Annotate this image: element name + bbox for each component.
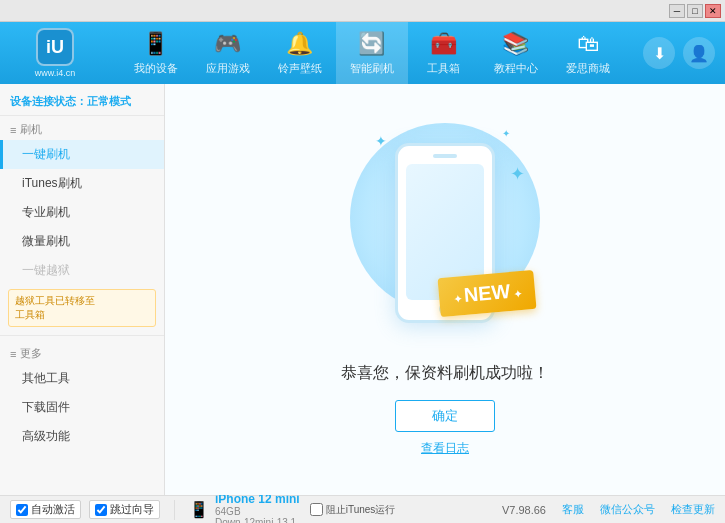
section-flash-label: 刷机 — [20, 122, 42, 137]
nav-item-tools[interactable]: 🧰 工具箱 — [408, 22, 480, 84]
nav-label-tutorials: 教程中心 — [494, 61, 538, 76]
auto-activate-input[interactable] — [16, 504, 28, 516]
tutorials-icon: 📚 — [502, 31, 529, 57]
success-text: 恭喜您，保资料刷机成功啦！ — [341, 363, 549, 384]
close-button[interactable]: ✕ — [705, 4, 721, 18]
tools-icon: 🧰 — [430, 31, 457, 57]
nav-label-flash: 智能刷机 — [350, 61, 394, 76]
apps-icon: 🎮 — [214, 31, 241, 57]
update-link[interactable]: 检查更新 — [671, 502, 715, 517]
user-button[interactable]: 👤 — [683, 37, 715, 69]
my-device-icon: 📱 — [142, 31, 169, 57]
sidebar-item-oneclick-flash[interactable]: 一键刷机 — [0, 140, 164, 169]
download-button[interactable]: ⬇ — [643, 37, 675, 69]
device-storage: 64GB — [215, 506, 300, 517]
sidebar-divider — [0, 335, 164, 336]
flash-icon: 🔄 — [358, 31, 385, 57]
bottom-bar: 自动激活 跳过向导 📱 iPhone 12 mini 64GB Down-12m… — [0, 495, 725, 523]
content-area: ✦ ✦ ✦ NEW 恭喜您，保资料刷机成功啦！ 确定 查看日志 — [165, 84, 725, 495]
phone-illustration: ✦ ✦ ✦ NEW — [345, 123, 545, 343]
device-row: 📱 iPhone 12 mini 64GB Down-12mini-13,1 — [189, 492, 300, 524]
skip-wizard-input[interactable] — [95, 504, 107, 516]
sidebar: 设备连接状态：正常模式 ≡ 刷机 一键刷机 iTunes刷机 专业刷机 微量刷机… — [0, 84, 165, 495]
logo-text: www.i4.cn — [35, 68, 76, 78]
sidebar-item-download-firmware[interactable]: 下载固件 — [0, 393, 164, 422]
nav-item-ringtones[interactable]: 🔔 铃声壁纸 — [264, 22, 336, 84]
logo-area: iU www.i4.cn — [10, 28, 100, 78]
sparkle-3: ✦ — [510, 163, 525, 185]
sparkle-1: ✦ — [375, 133, 387, 149]
shop-icon: 🛍 — [577, 31, 599, 57]
sparkle-2: ✦ — [502, 128, 510, 139]
nav-label-tools: 工具箱 — [427, 61, 460, 76]
minimize-button[interactable]: ─ — [669, 4, 685, 18]
section-flash: ≡ 刷机 — [0, 116, 164, 140]
skip-wizard-checkbox[interactable]: 跳过向导 — [89, 500, 160, 519]
ringtones-icon: 🔔 — [286, 31, 313, 57]
sidebar-warning: 越狱工具已转移至 工具箱 — [8, 289, 156, 327]
nav-label-my-device: 我的设备 — [134, 61, 178, 76]
logo-icon: iU — [36, 28, 74, 66]
nav-item-apps[interactable]: 🎮 应用游戏 — [192, 22, 264, 84]
section-more: ≡ 更多 — [0, 340, 164, 364]
version-text: V7.98.66 — [502, 504, 546, 516]
auto-activate-checkbox[interactable]: 自动激活 — [10, 500, 81, 519]
status-bar: 设备连接状态：正常模式 — [0, 88, 164, 116]
section-more-icon: ≡ — [10, 348, 16, 360]
service-link[interactable]: 客服 — [562, 502, 584, 517]
skip-wizard-label: 跳过向导 — [110, 502, 154, 517]
itunes-stop-checkbox[interactable] — [310, 503, 323, 516]
new-badge: NEW — [437, 269, 536, 316]
top-nav: iU www.i4.cn 📱 我的设备 🎮 应用游戏 🔔 铃声壁纸 🔄 智能刷机… — [0, 22, 725, 84]
sidebar-item-other-tools[interactable]: 其他工具 — [0, 364, 164, 393]
main-area: 设备连接状态：正常模式 ≡ 刷机 一键刷机 iTunes刷机 专业刷机 微量刷机… — [0, 84, 725, 495]
download-icon: ⬇ — [653, 44, 666, 63]
section-flash-icon: ≡ — [10, 124, 16, 136]
user-icon: 👤 — [689, 44, 709, 63]
status-value: 正常模式 — [87, 95, 131, 107]
nav-item-flash[interactable]: 🔄 智能刷机 — [336, 22, 408, 84]
status-label: 设备连接状态： — [10, 95, 87, 107]
sidebar-item-micro-flash[interactable]: 微量刷机 — [0, 227, 164, 256]
bottom-divider — [174, 500, 175, 520]
itunes-stop-label[interactable]: 阻止iTunes运行 — [310, 503, 396, 517]
title-bar: ─ □ ✕ — [0, 0, 725, 22]
nav-item-shop[interactable]: 🛍 爱思商城 — [552, 22, 624, 84]
sidebar-item-pro-flash[interactable]: 专业刷机 — [0, 198, 164, 227]
nav-item-my-device[interactable]: 📱 我的设备 — [120, 22, 192, 84]
bottom-right: V7.98.66 客服 微信公众号 检查更新 — [502, 502, 715, 517]
nav-item-tutorials[interactable]: 📚 教程中心 — [480, 22, 552, 84]
nav-right: ⬇ 👤 — [643, 37, 715, 69]
sidebar-item-jailbreak: 一键越狱 — [0, 256, 164, 285]
nav-label-ringtones: 铃声壁纸 — [278, 61, 322, 76]
itunes-stop-area: 阻止iTunes运行 — [310, 503, 396, 517]
sidebar-item-advanced[interactable]: 高级功能 — [0, 422, 164, 451]
maximize-button[interactable]: □ — [687, 4, 703, 18]
auto-activate-label: 自动激活 — [31, 502, 75, 517]
nav-label-apps: 应用游戏 — [206, 61, 250, 76]
confirm-button[interactable]: 确定 — [395, 400, 495, 432]
nav-label-shop: 爱思商城 — [566, 61, 610, 76]
device-info: iPhone 12 mini 64GB Down-12mini-13,1 — [215, 492, 300, 524]
nav-items: 📱 我的设备 🎮 应用游戏 🔔 铃声壁纸 🔄 智能刷机 🧰 工具箱 📚 教程中心… — [100, 22, 643, 84]
wechat-link[interactable]: 微信公众号 — [600, 502, 655, 517]
phone-speaker — [433, 154, 457, 158]
log-link[interactable]: 查看日志 — [421, 440, 469, 457]
section-more-label: 更多 — [20, 346, 42, 361]
bottom-left: 自动激活 跳过向导 📱 iPhone 12 mini 64GB Down-12m… — [10, 492, 300, 524]
device-model: Down-12mini-13,1 — [215, 517, 300, 524]
sidebar-item-itunes-flash[interactable]: iTunes刷机 — [0, 169, 164, 198]
phone-icon: 📱 — [189, 500, 209, 519]
